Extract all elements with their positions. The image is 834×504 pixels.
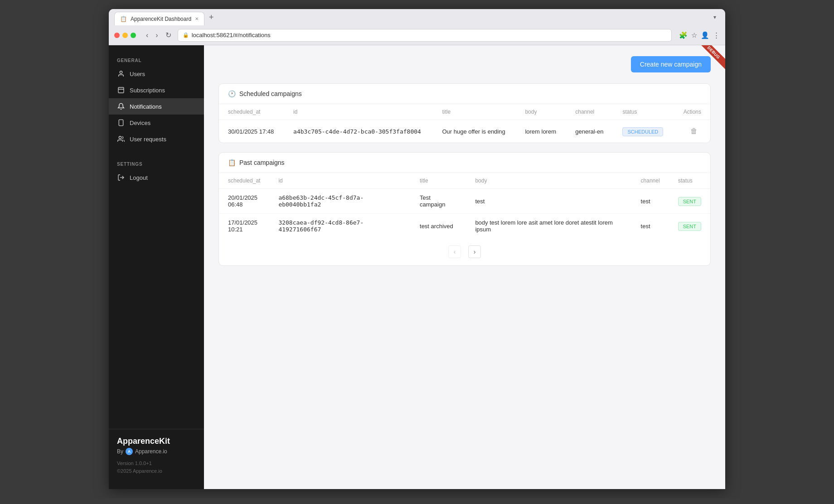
user-requests-icon — [117, 135, 125, 143]
scheduled-campaigns-table: scheduled_at id title body channel statu… — [219, 104, 710, 143]
scheduled-campaigns-title: Scheduled campaigns — [239, 90, 302, 97]
sidebar-footer: ApparenceKit By A Apparence.io Version 1… — [109, 429, 204, 482]
cell-id: a4b3c705-c4de-4d72-bca0-305f3faf8004 — [284, 120, 433, 143]
sidebar-subscriptions-label: Subscriptions — [130, 87, 165, 94]
sidebar-item-devices[interactable]: Devices — [109, 115, 204, 131]
browser-tab[interactable]: 📋 ApparenceKit Dashboard ✕ — [114, 12, 204, 25]
version-number: Version 1.0.0+1 — [117, 460, 196, 467]
history-icon: 📋 — [228, 159, 236, 166]
past-campaigns-header: 📋 Past campaigns — [219, 153, 710, 173]
pagination: ‹ › — [219, 238, 710, 265]
cell-body: test — [466, 189, 631, 214]
profile-icon[interactable]: 👤 — [701, 31, 709, 39]
cell-id: 3208caea-df92-4cd8-86e7-419271606f67 — [269, 214, 411, 239]
forward-button[interactable]: › — [153, 30, 160, 40]
status-badge: SENT — [678, 197, 701, 206]
back-button[interactable]: ‹ — [143, 30, 151, 40]
scheduled-campaigns-header: 🕐 Scheduled campaigns — [219, 84, 710, 104]
devices-icon — [117, 119, 125, 127]
prev-page-button[interactable]: ‹ — [448, 245, 461, 258]
reload-button[interactable]: ↻ — [163, 30, 174, 40]
toolbar: Create new campaign — [218, 56, 711, 72]
svg-rect-1 — [118, 87, 124, 93]
menu-icon[interactable]: ⋮ — [713, 31, 720, 39]
col-id-2: id — [269, 173, 411, 189]
scheduled-campaigns-card: 🕐 Scheduled campaigns scheduled_at id ti… — [218, 83, 711, 143]
table-row: 20/01/2025 06:48 a68be63b-24dc-45cf-8d7a… — [219, 189, 710, 214]
past-campaigns-title: Past campaigns — [239, 159, 285, 166]
clock-icon: 🕐 — [228, 90, 236, 97]
col-title-1: title — [433, 104, 516, 120]
sidebar-user-requests-label: User requests — [130, 136, 166, 143]
apparence-logo: A — [126, 448, 133, 455]
tab-close-button[interactable]: ✕ — [195, 16, 199, 21]
general-section-label: GENERAL — [109, 53, 204, 66]
svg-point-0 — [120, 71, 122, 73]
sidebar-item-subscriptions[interactable]: Subscriptions — [109, 82, 204, 98]
status-badge: SCHEDULED — [622, 127, 663, 136]
col-scheduled-at-1: scheduled_at — [219, 104, 284, 120]
col-id-1: id — [284, 104, 433, 120]
cell-channel: general-en — [566, 120, 613, 143]
users-icon — [117, 70, 125, 78]
next-page-button[interactable]: › — [468, 245, 481, 258]
col-actions-1: Actions — [674, 104, 710, 120]
col-body-2: body — [466, 173, 631, 189]
notifications-icon — [117, 102, 125, 110]
cell-title: Our huge offer is ending — [433, 120, 516, 143]
main-content: DEBUG Create new campaign 🕐 Scheduled ca… — [204, 45, 725, 489]
col-status-1: status — [613, 104, 674, 120]
col-body-1: body — [516, 104, 566, 120]
col-title-2: title — [411, 173, 466, 189]
traffic-lights — [114, 33, 136, 38]
copyright: ©2025 Apparence.io — [117, 467, 196, 475]
cell-scheduled-at: 20/01/2025 06:48 — [219, 189, 269, 214]
status-badge: SENT — [678, 222, 701, 231]
cell-status: SCHEDULED — [613, 120, 674, 143]
sidebar-devices-label: Devices — [130, 120, 150, 126]
svg-point-4 — [119, 136, 121, 139]
logout-icon — [117, 173, 125, 182]
sidebar-logout-label: Logout — [130, 174, 148, 181]
cell-scheduled-at: 17/01/2025 10:21 — [219, 214, 269, 239]
maximize-traffic-light[interactable] — [131, 33, 136, 38]
settings-section-label: SETTINGS — [109, 156, 204, 169]
cell-status: SENT — [669, 189, 710, 214]
cell-channel: test — [632, 189, 669, 214]
version-info: Version 1.0.0+1 ©2025 Apparence.io — [117, 460, 196, 475]
close-traffic-light[interactable] — [114, 33, 120, 38]
table-row: 30/01/2025 17:48 a4b3c705-c4de-4d72-bca0… — [219, 120, 710, 143]
subscriptions-icon — [117, 86, 125, 94]
col-status-2: status — [669, 173, 710, 189]
sidebar: GENERAL Users Subscriptions — [109, 45, 204, 489]
cell-channel: test — [632, 214, 669, 239]
sidebar-item-users[interactable]: Users — [109, 66, 204, 82]
bookmark-icon[interactable]: ☆ — [691, 31, 697, 39]
cell-body: lorem lorem — [516, 120, 566, 143]
cell-scheduled-at: 30/01/2025 17:48 — [219, 120, 284, 143]
col-channel-2: channel — [632, 173, 669, 189]
past-campaigns-card: 📋 Past campaigns scheduled_at id title b… — [218, 152, 711, 266]
delete-button[interactable]: 🗑 — [687, 125, 701, 137]
sidebar-item-notifications[interactable]: Notifications — [109, 98, 204, 115]
cell-id: a68be63b-24dc-45cf-8d7a-eb0040bb1fa2 — [269, 189, 411, 214]
debug-corner: DEBUG — [698, 45, 725, 72]
sidebar-item-logout[interactable]: Logout — [109, 169, 204, 186]
col-scheduled-at-2: scheduled_at — [219, 173, 269, 189]
app-name: ApparenceKit — [117, 437, 196, 446]
extensions-icon[interactable]: 🧩 — [679, 31, 688, 39]
cell-title: Test campaign — [411, 189, 466, 214]
by-label: By — [117, 448, 123, 455]
new-tab-button[interactable]: + — [205, 11, 218, 24]
sidebar-users-label: Users — [130, 71, 145, 77]
lock-icon: 🔒 — [183, 32, 189, 38]
col-channel-1: channel — [566, 104, 613, 120]
table-row: 17/01/2025 10:21 3208caea-df92-4cd8-86e7… — [219, 214, 710, 239]
minimize-traffic-light[interactable] — [122, 33, 128, 38]
company-name: Apparence.io — [135, 448, 167, 455]
url-text: localhost:58621/#/notifications — [192, 32, 271, 38]
sidebar-item-user-requests[interactable]: User requests — [109, 131, 204, 147]
tab-title: ApparenceKit Dashboard — [131, 16, 191, 22]
address-bar[interactable]: 🔒 localhost:58621/#/notifications — [178, 29, 672, 42]
debug-badge: DEBUG — [698, 45, 725, 70]
